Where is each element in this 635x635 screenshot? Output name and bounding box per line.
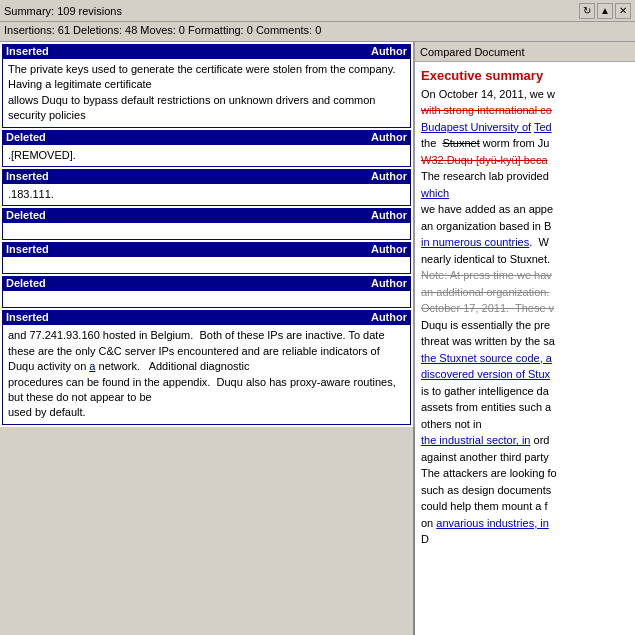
line-21: the industrial sector, in ord	[421, 432, 629, 449]
revision-content-5	[2, 256, 411, 274]
top-bar-buttons: ↻ ▲ ✕	[579, 3, 631, 19]
line-25: could help them mount a f	[421, 498, 629, 515]
revision-block-3: Inserted Author .183.111.	[2, 169, 411, 206]
line-note3: October 17, 2011. These v	[421, 300, 629, 317]
revision-content-2: .[REMOVED].	[2, 144, 411, 167]
revision-block-6: Deleted Author	[2, 276, 411, 308]
author-label-6: Author	[371, 277, 407, 289]
author-label-2: Author	[371, 131, 407, 143]
line-note2: an additional organization.	[421, 284, 629, 301]
revision-header-5: Inserted Author	[2, 242, 411, 256]
revision-block-7: Inserted Author and 77.241.93.160 hosted…	[2, 310, 411, 424]
right-panel: Executive summary On October 14, 2011, w…	[415, 62, 635, 635]
summary-title: Summary: 109 revisions	[4, 5, 579, 17]
line-26: on anvarious industries, in	[421, 515, 629, 532]
line-9: an organization based in B	[421, 218, 629, 235]
line-19: assets from entities such a	[421, 399, 629, 416]
line-note1: Note: At press time we hav	[421, 267, 629, 284]
compared-doc-label: Compared Document	[420, 46, 525, 58]
info-bar: Insertions: 61 Deletions: 48 Moves: 0 Fo…	[0, 22, 635, 42]
revision-header-6: Deleted Author	[2, 276, 411, 290]
revision-header-1: Inserted Author	[2, 44, 411, 58]
line-22: against another third party	[421, 449, 629, 466]
revision-content-1: The private keys used to generate the ce…	[2, 58, 411, 128]
line-6: The research lab provided	[421, 168, 629, 185]
revision-content-7: and 77.241.93.160 hosted in Belgium. Bot…	[2, 324, 411, 424]
author-label-5: Author	[371, 243, 407, 255]
top-bar: Summary: 109 revisions ↻ ▲ ✕	[0, 0, 635, 22]
line-budapest: Budapest University of Ted	[421, 119, 629, 136]
type-label-6: Deleted	[6, 277, 371, 289]
line-11: nearly identical to Stuxnet.	[421, 251, 629, 268]
revision-block-2: Deleted Author .[REMOVED].	[2, 130, 411, 167]
line-24: such as design documents	[421, 482, 629, 499]
line-14: Duqu is essentially the pre	[421, 317, 629, 334]
line-16: the Stuxnet source code, a	[421, 350, 629, 367]
line-1: On October 14, 2011, we w	[421, 86, 629, 103]
refresh-button[interactable]: ↻	[579, 3, 595, 19]
revision-header-2: Deleted Author	[2, 130, 411, 144]
revision-block-1: Inserted Author The private keys used to…	[2, 44, 411, 128]
right-panel-title: Compared Document	[415, 42, 635, 62]
revision-header-3: Inserted Author	[2, 169, 411, 183]
type-label-3: Inserted	[6, 170, 371, 182]
line-8: we have added as an appe	[421, 201, 629, 218]
type-label-4: Deleted	[6, 209, 371, 221]
left-panel: Inserted Author The private keys used to…	[0, 42, 415, 427]
revision-header-4: Deleted Author	[2, 208, 411, 222]
line-4: the Stuxnet worm from Ju	[421, 135, 629, 152]
line-numerous: in numerous countries. W	[421, 234, 629, 251]
line-20: others not in	[421, 416, 629, 433]
line-exec-summary: Executive summary	[421, 66, 629, 86]
help-button[interactable]: ▲	[597, 3, 613, 19]
type-label-7: Inserted	[6, 311, 371, 323]
line-which: which	[421, 185, 629, 202]
author-label-4: Author	[371, 209, 407, 221]
type-label-5: Inserted	[6, 243, 371, 255]
author-label-7: Author	[371, 311, 407, 323]
compared-doc-content: Executive summary On October 14, 2011, w…	[421, 66, 629, 548]
line-5: W32.Duqu [dyü-kyü] beca	[421, 152, 629, 169]
line-17: discovered version of Stux	[421, 366, 629, 383]
line-18: is to gather intelligence da	[421, 383, 629, 400]
revision-block-5: Inserted Author	[2, 242, 411, 274]
author-label-3: Author	[371, 170, 407, 182]
revision-header-7: Inserted Author	[2, 310, 411, 324]
type-label-2: Deleted	[6, 131, 371, 143]
revision-content-6	[2, 290, 411, 308]
line-15: threat was written by the sa	[421, 333, 629, 350]
type-label-1: Inserted	[6, 45, 371, 57]
author-label-1: Author	[371, 45, 407, 57]
line-2: with strong international co	[421, 102, 629, 119]
line-23: The attackers are looking fo	[421, 465, 629, 482]
close-button[interactable]: ✕	[615, 3, 631, 19]
line-27: D	[421, 531, 629, 548]
revision-content-4	[2, 222, 411, 240]
revision-block-4: Deleted Author	[2, 208, 411, 240]
revision-content-3: .183.111.	[2, 183, 411, 206]
